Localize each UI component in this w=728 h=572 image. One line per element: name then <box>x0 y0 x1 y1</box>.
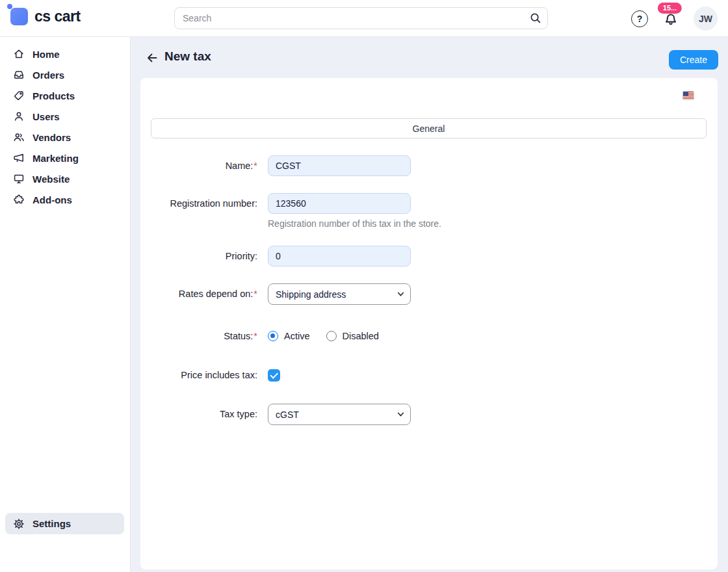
bell-icon <box>662 12 679 29</box>
status-label: Status: <box>224 331 253 341</box>
required-marker: * <box>254 161 257 171</box>
required-marker: * <box>254 331 257 341</box>
price-includes-tax-checkbox[interactable] <box>268 369 280 382</box>
form-card: General Name:* Registration number: Regi… <box>140 78 718 569</box>
field-registration-number: Registration number: Registration number… <box>140 193 718 229</box>
create-button[interactable]: Create <box>669 50 718 70</box>
topbar: cs cart ? 15... JW <box>0 0 728 37</box>
topbar-actions: ? 15... JW <box>631 0 718 37</box>
megaphone-icon <box>13 152 25 164</box>
home-icon <box>13 48 25 60</box>
rates-depend-on-select[interactable]: Shipping address <box>268 283 411 305</box>
status-disabled-label[interactable]: Disabled <box>343 331 379 341</box>
sidebar-item-products[interactable]: Products <box>0 85 130 106</box>
registration-number-hint: Registration number of this tax in the s… <box>268 218 441 229</box>
sidebar-item-home[interactable]: Home <box>0 44 130 64</box>
notifications-bell[interactable]: 15... <box>662 9 679 29</box>
monitor-icon <box>13 173 25 185</box>
status-active-label[interactable]: Active <box>284 331 310 341</box>
help-icon[interactable]: ? <box>631 10 648 27</box>
field-status: Status:* Active Disabled <box>140 326 718 343</box>
language-flag-icon[interactable] <box>683 92 694 99</box>
sidebar-item-users[interactable]: Users <box>0 106 130 127</box>
inbox-icon <box>13 69 25 81</box>
tag-icon <box>13 90 25 101</box>
sidebar-item-vendors[interactable]: Vendors <box>0 127 130 148</box>
priority-input[interactable] <box>268 246 411 266</box>
field-rates-depend-on: Rates depend on:* Shipping address <box>140 283 718 305</box>
logo-text: cs cart <box>34 8 81 25</box>
sidebar-item-orders[interactable]: Orders <box>0 64 130 85</box>
main-content: New tax Create General Name:* Registrati… <box>131 37 728 572</box>
search-icon[interactable] <box>530 12 541 24</box>
puzzle-icon <box>13 194 25 205</box>
global-search <box>174 7 548 29</box>
sidebar-item-website[interactable]: Website <box>0 168 130 189</box>
tax-type-select[interactable]: cGST <box>268 404 411 425</box>
status-active-radio[interactable] <box>268 331 278 341</box>
field-tax-type: Tax type: cGST <box>140 404 718 425</box>
registration-number-input[interactable] <box>268 193 411 214</box>
sidebar-item-settings[interactable]: Settings <box>5 513 124 534</box>
avatar[interactable]: JW <box>694 6 718 31</box>
required-marker: * <box>254 289 257 299</box>
name-input[interactable] <box>268 155 411 176</box>
status-disabled-radio[interactable] <box>326 331 337 341</box>
gear-icon <box>13 518 25 530</box>
rates-depend-on-label: Rates depend on: <box>179 289 253 299</box>
notifications-badge: 15... <box>658 3 682 14</box>
tab-general[interactable]: General <box>151 118 707 138</box>
page-header: New tax Create <box>131 37 728 78</box>
back-arrow-icon[interactable] <box>145 51 159 65</box>
sidebar: Home Orders Products Users <box>0 37 131 572</box>
sidebar-item-addons[interactable]: Add-ons <box>0 189 130 210</box>
user-icon <box>13 110 25 122</box>
field-priority: Priority: <box>140 246 718 266</box>
logo-icon <box>10 8 28 25</box>
users-icon <box>13 131 25 143</box>
field-price-includes-tax: Price includes tax: <box>140 369 718 384</box>
app-logo[interactable]: cs cart <box>10 8 81 25</box>
registration-number-label: Registration number: <box>170 198 257 209</box>
tax-type-label: Tax type: <box>220 409 257 419</box>
sidebar-item-marketing[interactable]: Marketing <box>0 148 130 168</box>
priority-label: Priority: <box>226 251 257 261</box>
price-includes-tax-label: Price includes tax: <box>181 370 257 380</box>
search-input[interactable] <box>174 7 548 29</box>
new-tax-form: Name:* Registration number: Registration… <box>140 138 718 425</box>
field-name: Name:* <box>140 155 718 176</box>
page-title: New tax <box>164 49 211 64</box>
name-label: Name: <box>226 161 254 171</box>
